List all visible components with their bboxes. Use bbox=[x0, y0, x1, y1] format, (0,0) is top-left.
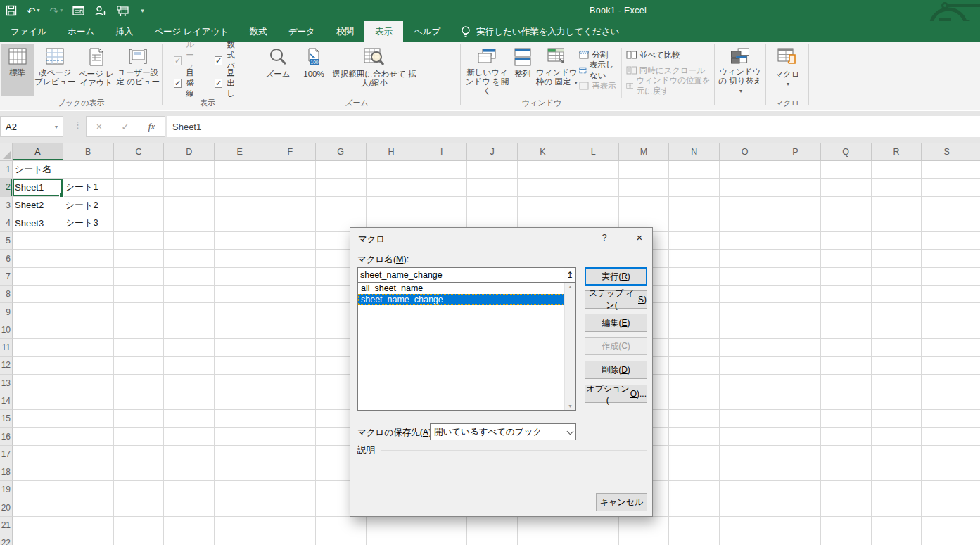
cell-R11[interactable] bbox=[872, 339, 922, 357]
cell-R17[interactable] bbox=[872, 446, 922, 463]
view-side-by-side-button[interactable]: 並べて比較 bbox=[626, 49, 713, 60]
cell-A16[interactable] bbox=[13, 428, 63, 445]
checkbox-icon[interactable]: ✓ bbox=[215, 56, 222, 65]
formula-bar-grip-icon[interactable]: ⋮ bbox=[73, 120, 82, 130]
save-icon[interactable] bbox=[6, 5, 17, 16]
row-header-5[interactable]: 5 bbox=[0, 232, 13, 250]
row-header-9[interactable]: 9 bbox=[0, 303, 13, 321]
column-header-D[interactable]: D bbox=[164, 143, 215, 161]
row-header-13[interactable]: 13 bbox=[0, 375, 13, 392]
cell-B16[interactable] bbox=[63, 428, 114, 445]
tab-home[interactable]: ホーム bbox=[57, 21, 105, 42]
cell-B4[interactable]: シート3 bbox=[63, 214, 114, 232]
cell-Q13[interactable] bbox=[821, 375, 872, 392]
row-header-18[interactable]: 18 bbox=[0, 463, 13, 481]
row-header-17[interactable]: 17 bbox=[0, 446, 13, 463]
cell-A7[interactable] bbox=[13, 268, 63, 286]
cell-O22[interactable] bbox=[720, 534, 770, 545]
cell-Q15[interactable] bbox=[821, 410, 872, 428]
column-header-G[interactable]: G bbox=[316, 143, 367, 161]
cell-C3[interactable] bbox=[114, 197, 165, 214]
cell-E21[interactable] bbox=[215, 517, 265, 534]
cell-J1[interactable] bbox=[467, 161, 518, 179]
cell-L22[interactable] bbox=[568, 534, 619, 545]
cell-H3[interactable] bbox=[367, 197, 417, 214]
cell-B18[interactable] bbox=[63, 463, 114, 481]
cell-E4[interactable] bbox=[215, 214, 265, 232]
formula-input[interactable]: Sheet1 bbox=[167, 116, 980, 137]
cell-B3[interactable]: シート2 bbox=[63, 197, 114, 214]
cell-B1[interactable] bbox=[63, 161, 114, 179]
cell-F1[interactable] bbox=[265, 161, 316, 179]
macro-list-item-sheet_name_change[interactable]: sheet_name_change bbox=[358, 294, 575, 305]
cell-Q10[interactable] bbox=[821, 321, 872, 339]
cell-E19[interactable] bbox=[215, 481, 265, 499]
cell-D2[interactable] bbox=[164, 179, 215, 196]
cell-A4[interactable]: Sheet3 bbox=[13, 214, 63, 232]
cell-G21[interactable] bbox=[316, 517, 367, 534]
cell-Q21[interactable] bbox=[821, 517, 872, 534]
cell-O18[interactable] bbox=[720, 463, 770, 481]
cell-N12[interactable] bbox=[669, 357, 720, 374]
options-button[interactable]: オプション(O)... bbox=[585, 385, 647, 403]
cell-R13[interactable] bbox=[872, 375, 922, 392]
tab-view[interactable]: 表示 bbox=[364, 21, 403, 42]
cell-P11[interactable] bbox=[770, 339, 821, 357]
cell-N16[interactable] bbox=[669, 428, 720, 445]
cell-M22[interactable] bbox=[619, 534, 670, 545]
cell-N7[interactable] bbox=[669, 268, 720, 286]
row-header-14[interactable]: 14 bbox=[0, 392, 13, 410]
cell-O9[interactable] bbox=[720, 303, 770, 321]
switch-windows-button[interactable]: ウィンドウの 切り替え ▾ bbox=[716, 44, 764, 96]
tab-insert[interactable]: 挿入 bbox=[105, 21, 144, 42]
cell-S5[interactable] bbox=[922, 232, 972, 250]
cell-K2[interactable] bbox=[518, 179, 568, 196]
cell-E12[interactable] bbox=[215, 357, 265, 374]
cell-R8[interactable] bbox=[872, 286, 922, 303]
column-header-I[interactable]: I bbox=[416, 143, 467, 161]
checkbox-icon[interactable]: ✓ bbox=[215, 79, 222, 88]
column-header-L[interactable]: L bbox=[568, 143, 619, 161]
cell-C8[interactable] bbox=[114, 286, 165, 303]
cell-C22[interactable] bbox=[114, 534, 165, 545]
cell-B8[interactable] bbox=[63, 286, 114, 303]
row-header-19[interactable]: 19 bbox=[0, 481, 13, 499]
cell-N14[interactable] bbox=[669, 392, 720, 410]
cell-Q3[interactable] bbox=[821, 197, 872, 214]
cell-A17[interactable] bbox=[13, 446, 63, 463]
cell-O15[interactable] bbox=[720, 410, 770, 428]
tab-data[interactable]: データ bbox=[278, 21, 326, 42]
row-header-7[interactable]: 7 bbox=[0, 268, 13, 286]
cell-R12[interactable] bbox=[872, 357, 922, 374]
tab-help[interactable]: ヘルプ bbox=[403, 21, 451, 42]
cell-Q16[interactable] bbox=[821, 428, 872, 445]
cell-O7[interactable] bbox=[720, 268, 770, 286]
cell-D8[interactable] bbox=[164, 286, 215, 303]
cell-Q12[interactable] bbox=[821, 357, 872, 374]
cell-P22[interactable] bbox=[770, 534, 821, 545]
cell-E2[interactable] bbox=[215, 179, 265, 196]
cell-D3[interactable] bbox=[164, 197, 215, 214]
cell-J3[interactable] bbox=[467, 197, 518, 214]
row-header-12[interactable]: 12 bbox=[0, 357, 13, 374]
cell-R16[interactable] bbox=[872, 428, 922, 445]
macros-in-combobox[interactable]: 開いているすべてのブック bbox=[430, 423, 576, 440]
cell-O8[interactable] bbox=[720, 286, 770, 303]
cell-E7[interactable] bbox=[215, 268, 265, 286]
cell-R5[interactable] bbox=[872, 232, 922, 250]
cell-N18[interactable] bbox=[669, 463, 720, 481]
tell-me-box[interactable]: 実行したい作業を入力してください bbox=[451, 21, 619, 42]
cell-I21[interactable] bbox=[416, 517, 467, 534]
cell-E1[interactable] bbox=[215, 161, 265, 179]
cell-C11[interactable] bbox=[114, 339, 165, 357]
cell-N2[interactable] bbox=[669, 179, 720, 196]
macros-button[interactable]: マクロ▾ bbox=[768, 44, 807, 96]
cell-R21[interactable] bbox=[872, 517, 922, 534]
column-header-H[interactable]: H bbox=[367, 143, 417, 161]
column-header-A[interactable]: A bbox=[13, 143, 63, 161]
cell-Q1[interactable] bbox=[821, 161, 872, 179]
cell-N22[interactable] bbox=[669, 534, 720, 545]
cell-B19[interactable] bbox=[63, 481, 114, 499]
row-header-16[interactable]: 16 bbox=[0, 428, 13, 445]
cell-H21[interactable] bbox=[367, 517, 417, 534]
